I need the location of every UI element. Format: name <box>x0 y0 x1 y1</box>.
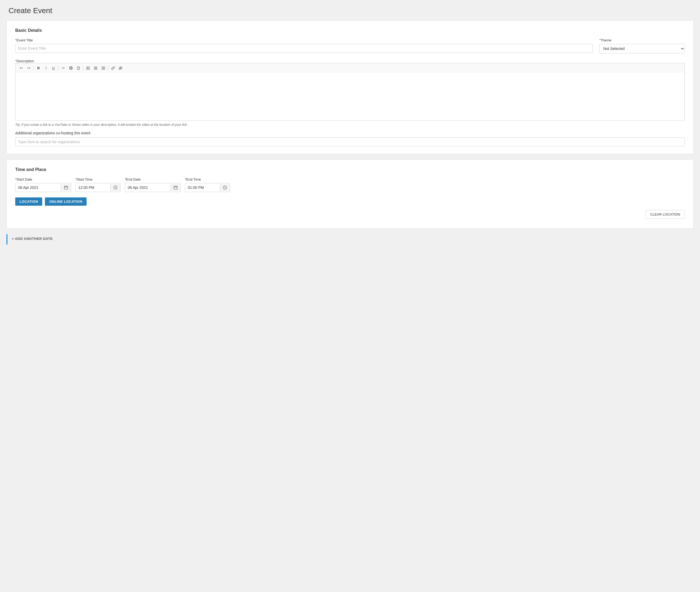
cohost-label: Additional organizations co-hosting this… <box>15 131 685 135</box>
start-date-input[interactable] <box>15 183 61 192</box>
start-date-input-wrapper <box>15 183 71 192</box>
add-another-date-button[interactable]: + ADD ANOTHER DATE <box>12 237 53 241</box>
start-date-group: *Start Date <box>15 178 71 192</box>
description-editor[interactable] <box>15 73 685 121</box>
end-date-input[interactable] <box>125 183 170 192</box>
svg-rect-20 <box>174 186 178 189</box>
italic-button[interactable]: I <box>43 65 49 71</box>
time-and-place-card: Time and Place *Start Date *Start Time <box>6 159 694 229</box>
end-time-input-wrapper <box>185 183 230 192</box>
undo-button[interactable]: ↩ <box>18 65 24 71</box>
theme-group: *Theme Not Selected <box>599 38 685 53</box>
start-time-label: *Start Time <box>76 178 120 182</box>
paste-button[interactable] <box>75 65 82 71</box>
theme-select[interactable]: Not Selected <box>599 44 685 53</box>
editor-toolbar: ↩ ↪ B I U ✂ <box>15 63 685 73</box>
end-date-label: *End Date <box>125 178 181 182</box>
description-tip: Tip: If you create a link to a YouTube o… <box>15 123 685 127</box>
svg-line-26 <box>225 188 226 188</box>
basic-details-card: Basic Details *Event Title *Theme Not Se… <box>6 20 694 154</box>
start-date-label: *Start Date <box>15 178 71 182</box>
bold-button[interactable]: B <box>35 65 42 71</box>
event-title-theme-row: *Event Title *Theme Not Selected <box>15 38 685 53</box>
link-button[interactable] <box>109 65 116 71</box>
svg-line-19 <box>115 188 116 188</box>
basic-details-title: Basic Details <box>15 28 685 33</box>
start-date-calendar-button[interactable] <box>61 184 71 191</box>
event-title-input[interactable] <box>15 44 593 53</box>
clear-location-row: CLEAR LOCATION <box>15 210 685 219</box>
end-time-input[interactable] <box>185 183 220 192</box>
start-time-input-wrapper <box>76 183 120 192</box>
start-time-input[interactable] <box>76 183 110 192</box>
online-location-button[interactable]: ONLINE LOCATION <box>45 197 87 206</box>
svg-rect-2 <box>77 67 79 69</box>
end-date-input-wrapper <box>125 183 181 192</box>
start-time-clock-button[interactable] <box>110 184 120 191</box>
copy-button[interactable] <box>67 65 74 71</box>
underline-button[interactable]: U <box>50 65 57 71</box>
cohost-search-input[interactable] <box>15 137 685 146</box>
end-time-label: *End Time <box>185 178 230 182</box>
start-time-group: *Start Time <box>76 178 120 192</box>
end-time-group: *End Time <box>185 178 230 192</box>
location-button[interactable]: LOCATION <box>15 197 42 206</box>
redo-button[interactable]: ↪ <box>25 65 32 71</box>
clear-location-button[interactable]: CLEAR LOCATION <box>646 210 685 219</box>
align-center-button[interactable] <box>92 65 99 71</box>
description-group: *Description ↩ ↪ B I U ✂ <box>15 59 685 121</box>
location-buttons: LOCATION ONLINE LOCATION <box>15 197 685 206</box>
align-right-button[interactable] <box>100 65 107 71</box>
end-date-calendar-button[interactable] <box>170 184 180 191</box>
event-title-group: *Event Title <box>15 38 593 53</box>
time-and-place-title: Time and Place <box>15 167 685 172</box>
add-date-section: + ADD ANOTHER DATE <box>6 234 694 247</box>
align-left-button[interactable] <box>85 65 92 71</box>
cohost-group: Additional organizations co-hosting this… <box>15 131 685 146</box>
svg-line-12 <box>119 67 121 69</box>
end-time-clock-button[interactable] <box>220 184 230 191</box>
svg-rect-13 <box>64 186 68 189</box>
description-label: *Description <box>15 59 34 63</box>
cut-button[interactable]: ✂ <box>60 65 67 71</box>
page-title: Create Event <box>0 0 700 20</box>
event-title-label: *Event Title <box>15 38 593 42</box>
date-time-row: *Start Date *Start Time *End Date <box>15 178 685 192</box>
unlink-button[interactable] <box>117 65 124 71</box>
end-date-group: *End Date <box>125 178 181 192</box>
theme-label: *Theme <box>599 38 685 42</box>
